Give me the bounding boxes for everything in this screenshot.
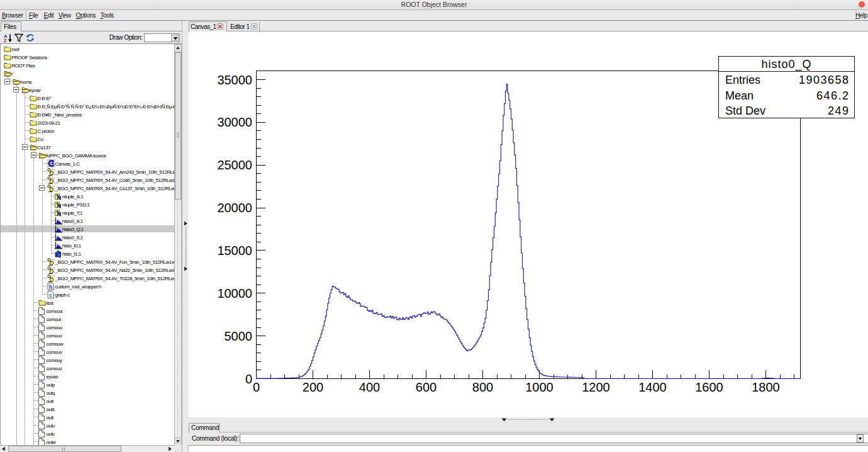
svg-text:10000: 10000 — [217, 286, 252, 300]
svg-text:200: 200 — [303, 380, 323, 394]
svg-text:1000: 1000 — [525, 380, 554, 394]
svg-text:Entries: Entries — [725, 74, 762, 86]
svg-text:c: c — [49, 292, 52, 298]
svg-text:Z: Z — [4, 38, 7, 42]
svg-text:Std Dev: Std Dev — [725, 105, 765, 117]
svg-text:0: 0 — [253, 380, 260, 394]
svg-text:1600: 1600 — [695, 380, 723, 394]
svg-text:600: 600 — [416, 380, 437, 394]
svg-text:Mean: Mean — [725, 89, 754, 102]
svg-text:20000: 20000 — [217, 201, 252, 215]
svg-text:30000: 30000 — [217, 115, 252, 129]
svg-text:1400: 1400 — [638, 380, 667, 394]
svg-text:15000: 15000 — [217, 244, 252, 257]
svg-text:25000: 25000 — [217, 158, 252, 172]
svg-text:800: 800 — [472, 380, 493, 394]
svg-text:1800: 1800 — [752, 380, 780, 394]
svg-text:249: 249 — [828, 105, 850, 117]
svg-text:5000: 5000 — [225, 329, 253, 343]
svg-text:646.2: 646.2 — [816, 89, 850, 102]
svg-text:h: h — [49, 284, 53, 290]
svg-text:1903658: 1903658 — [799, 74, 850, 86]
svg-text:0: 0 — [245, 372, 252, 386]
svg-text:histo0_Q: histo0_Q — [761, 58, 811, 71]
svg-text:1200: 1200 — [582, 380, 610, 394]
svg-text:400: 400 — [359, 380, 380, 394]
svg-text:35000: 35000 — [217, 73, 252, 87]
